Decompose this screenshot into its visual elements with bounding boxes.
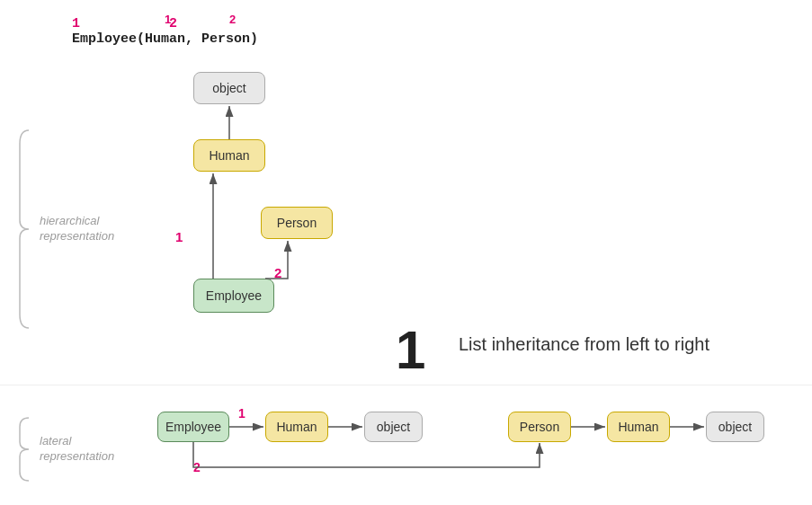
section-divider xyxy=(0,385,812,385)
code-args: (Human, Person) xyxy=(137,31,258,47)
hierarchical-brace-icon xyxy=(16,126,32,332)
lat-num2: 2 xyxy=(193,460,201,474)
lateral-brace-icon xyxy=(16,413,32,485)
node-employee-hier: Employee xyxy=(193,279,274,313)
node-object2-lat: object xyxy=(706,412,764,442)
lateral-brace-group: lateral representation xyxy=(16,413,114,485)
code-class: Employee xyxy=(72,31,137,47)
node-object1-lat: object xyxy=(364,412,423,442)
hierarchical-brace-group: hierarchical representation xyxy=(16,126,114,332)
hier-num2: 2 xyxy=(274,265,281,280)
node-employee-lat: Employee xyxy=(157,412,229,442)
code-top-num2: 2 xyxy=(229,13,236,26)
node-human-hier: Human xyxy=(193,139,265,172)
node-person-lat: Person xyxy=(508,412,571,442)
code-num1: 1 xyxy=(72,16,80,31)
big-label: List inheritance from left to right xyxy=(459,334,709,355)
code-top-num1: 1 xyxy=(165,13,171,26)
lat-num1: 1 xyxy=(238,406,245,421)
hier-num1: 1 xyxy=(175,229,183,244)
lateral-label: lateral representation xyxy=(40,434,114,465)
node-human1-lat: Human xyxy=(265,412,328,442)
node-human2-lat: Human xyxy=(607,412,670,442)
node-object-hier: object xyxy=(193,72,265,104)
hierarchical-label: hierarchical representation xyxy=(40,214,114,244)
node-person-hier: Person xyxy=(261,207,333,239)
big-number: 1 xyxy=(396,319,425,381)
